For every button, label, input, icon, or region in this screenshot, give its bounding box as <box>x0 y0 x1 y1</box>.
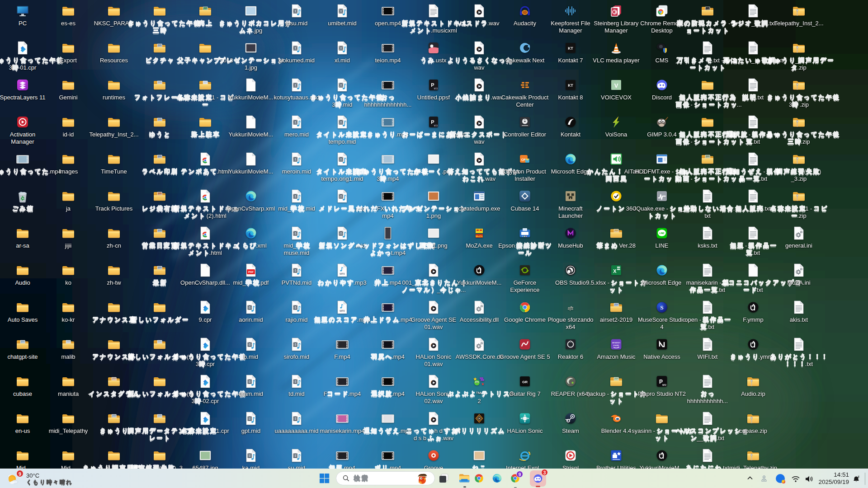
svg-text:z: z <box>858 475 860 478</box>
